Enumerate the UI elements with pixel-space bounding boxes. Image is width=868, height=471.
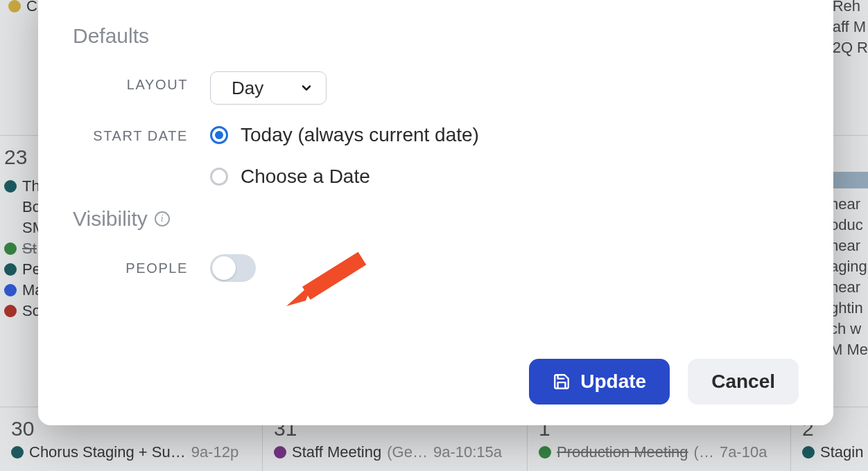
radio-indicator: [210, 126, 228, 144]
people-toggle[interactable]: [210, 254, 256, 282]
row-people: PEOPLE: [73, 254, 799, 282]
section-title-defaults: Defaults: [73, 24, 799, 48]
svg-marker-0: [286, 283, 313, 306]
radio-today[interactable]: Today (always current date): [210, 124, 799, 146]
radio-indicator: [210, 168, 228, 186]
cancel-button-label: Cancel: [711, 371, 775, 393]
cancel-button[interactable]: Cancel: [688, 359, 799, 405]
update-button[interactable]: Update: [529, 359, 670, 405]
section-title-visibility: Visibility i: [73, 207, 799, 231]
label-layout: LAYOUT: [73, 71, 210, 93]
row-layout: LAYOUT Day: [73, 71, 799, 105]
toggle-knob: [212, 256, 236, 280]
label-people: PEOPLE: [73, 260, 210, 276]
radio-choose-date[interactable]: Choose a Date: [210, 166, 799, 188]
layout-select[interactable]: Day: [210, 71, 327, 105]
radio-choose-date-label: Choose a Date: [241, 166, 370, 188]
label-start-date: START DATE: [73, 123, 210, 144]
row-start-date: START DATE Today (always current date) C…: [73, 123, 799, 188]
layout-select-value: Day: [232, 78, 263, 99]
radio-today-label: Today (always current date): [241, 124, 479, 146]
update-button-label: Update: [580, 371, 646, 393]
chevron-down-icon: [300, 81, 313, 95]
modal-button-row: Update Cancel: [529, 359, 799, 405]
save-icon: [553, 373, 571, 391]
settings-modal: Defaults LAYOUT Day START DATE Today (al…: [38, 0, 833, 425]
start-date-radio-group: Today (always current date) Choose a Dat…: [210, 123, 799, 188]
info-icon[interactable]: i: [155, 211, 170, 226]
